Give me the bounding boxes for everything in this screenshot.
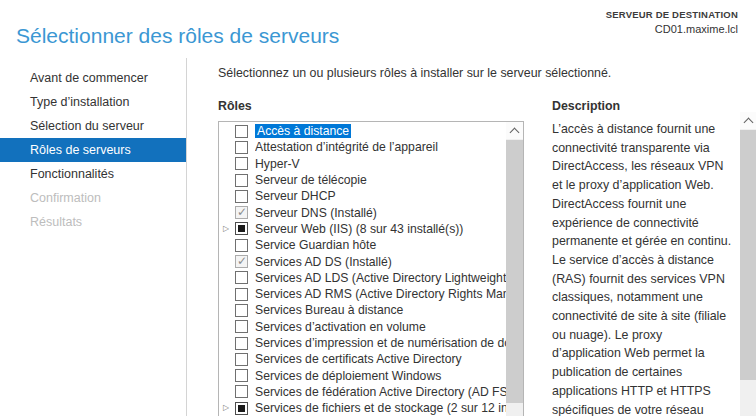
role-checkbox[interactable]: [235, 222, 248, 235]
role-row[interactable]: Serveur Web (IIS) (8 sur 43 installé(s)): [219, 221, 506, 237]
role-checkbox[interactable]: [235, 288, 248, 301]
role-label: Services de déploiement Windows: [255, 369, 506, 383]
description-scrollbar[interactable]: [740, 112, 756, 416]
page-title: Sélectionner des rôles de serveurs: [16, 24, 339, 48]
role-checkbox[interactable]: [235, 271, 248, 284]
role-label: Services AD LDS (Active Directory Lightw…: [255, 271, 506, 285]
role-row[interactable]: Services d’impression et de numérisation…: [219, 335, 506, 351]
sidebar-item-confirmation: Confirmation: [0, 186, 186, 210]
role-label: Services de certificats Active Directory: [255, 352, 506, 366]
role-label: Services d’impression et de numérisation…: [255, 336, 506, 350]
role-row[interactable]: Services AD RMS (Active Directory Rights…: [219, 286, 506, 302]
role-row[interactable]: Service Guardian hôte: [219, 237, 506, 253]
role-checkbox[interactable]: [235, 141, 248, 154]
role-row[interactable]: Services de fichiers et de stockage (2 s…: [219, 400, 506, 416]
roles-rows: Accès à distanceAttestation d’intégrité …: [219, 123, 506, 416]
sidebar-item-server-selection[interactable]: Sélection du serveur: [0, 114, 186, 138]
sidebar-item-features[interactable]: Fonctionnalités: [0, 162, 186, 186]
sidebar-item-installation-type[interactable]: Type d’installation: [0, 90, 186, 114]
role-checkbox[interactable]: [235, 190, 248, 203]
expand-arrow-icon[interactable]: [223, 225, 235, 233]
role-checkbox[interactable]: [235, 125, 248, 138]
instruction-text: Sélectionnez un ou plusieurs rôles à ins…: [218, 66, 611, 80]
role-checkbox[interactable]: [235, 174, 248, 187]
role-label: Service Guardian hôte: [255, 238, 506, 252]
role-label: Attestation d’intégrité de l’appareil: [255, 140, 506, 154]
roles-listbox[interactable]: Accès à distanceAttestation d’intégrité …: [218, 121, 524, 416]
roles-heading: Rôles: [218, 99, 252, 113]
role-row[interactable]: Services de certificats Active Directory: [219, 351, 506, 367]
sidebar-item-before-you-begin[interactable]: Avant de commencer: [0, 66, 186, 90]
role-checkbox[interactable]: [235, 304, 248, 317]
role-row[interactable]: Services d’activation en volume: [219, 319, 506, 335]
role-label: Serveur de télécopie: [255, 173, 506, 187]
role-label: Serveur DHCP: [255, 189, 506, 203]
role-label: Services AD RMS (Active Directory Rights…: [255, 287, 506, 301]
role-row[interactable]: Accès à distance: [219, 123, 506, 139]
role-label: Services de fédération Active Directory …: [255, 385, 506, 399]
sidebar-item-server-roles[interactable]: Rôles de serveurs: [0, 138, 186, 162]
role-checkbox[interactable]: [235, 353, 248, 366]
description-scrollbar-thumb[interactable]: [740, 130, 756, 380]
description-text: L’accès à distance fournit une connectiv…: [552, 120, 733, 416]
role-checkbox[interactable]: [235, 337, 248, 350]
description-heading: Description: [552, 99, 620, 113]
role-row[interactable]: Serveur de télécopie: [219, 172, 506, 188]
role-label: Services AD DS (Installé): [255, 255, 506, 269]
role-checkbox[interactable]: [235, 385, 248, 398]
role-row[interactable]: Serveur DNS (Installé): [219, 204, 506, 220]
wizard-main-panel: Sélectionnez un ou plusieurs rôles à ins…: [188, 58, 756, 416]
selected-role-label: Accès à distance: [255, 124, 351, 138]
roles-list-scrollbar[interactable]: [506, 122, 523, 416]
role-checkbox[interactable]: [235, 402, 248, 415]
role-checkbox[interactable]: [235, 239, 248, 252]
role-row[interactable]: Attestation d’intégrité de l’appareil: [219, 139, 506, 155]
role-row[interactable]: Hyper-V: [219, 156, 506, 172]
role-row[interactable]: Services de déploiement Windows: [219, 367, 506, 383]
role-row[interactable]: Services AD DS (Installé): [219, 253, 506, 269]
role-label: Services Bureau à distance: [255, 303, 506, 317]
role-row[interactable]: Serveur DHCP: [219, 188, 506, 204]
destination-server-name: CD01.maxime.lcl: [606, 22, 738, 36]
role-row[interactable]: Services AD LDS (Active Directory Lightw…: [219, 270, 506, 286]
role-label: Serveur Web (IIS) (8 sur 43 installé(s)): [255, 222, 506, 236]
role-row[interactable]: Services Bureau à distance: [219, 302, 506, 318]
wizard-steps-sidebar: Avant de commencerType d’installationSél…: [0, 58, 187, 416]
expand-arrow-icon[interactable]: [223, 404, 235, 412]
scroll-up-icon[interactable]: [506, 122, 523, 139]
role-label: Services d’activation en volume: [255, 320, 506, 334]
scroll-up-icon[interactable]: [740, 112, 756, 129]
role-checkbox[interactable]: [235, 206, 248, 219]
role-label: Accès à distance: [255, 124, 506, 138]
role-label: Hyper-V: [255, 157, 506, 171]
destination-server-label: SERVEUR DE DESTINATION: [606, 8, 738, 22]
roles-scrollbar-thumb[interactable]: [506, 140, 523, 403]
role-checkbox[interactable]: [235, 369, 248, 382]
role-label: Serveur DNS (Installé): [255, 206, 506, 220]
sidebar-item-results: Résultats: [0, 210, 186, 234]
role-row[interactable]: Services de fédération Active Directory …: [219, 384, 506, 400]
role-checkbox[interactable]: [235, 157, 248, 170]
role-label: Services de fichiers et de stockage (2 s…: [255, 401, 506, 415]
role-checkbox[interactable]: [235, 255, 248, 268]
role-checkbox[interactable]: [235, 320, 248, 333]
destination-server-info: SERVEUR DE DESTINATION CD01.maxime.lcl: [606, 8, 738, 36]
